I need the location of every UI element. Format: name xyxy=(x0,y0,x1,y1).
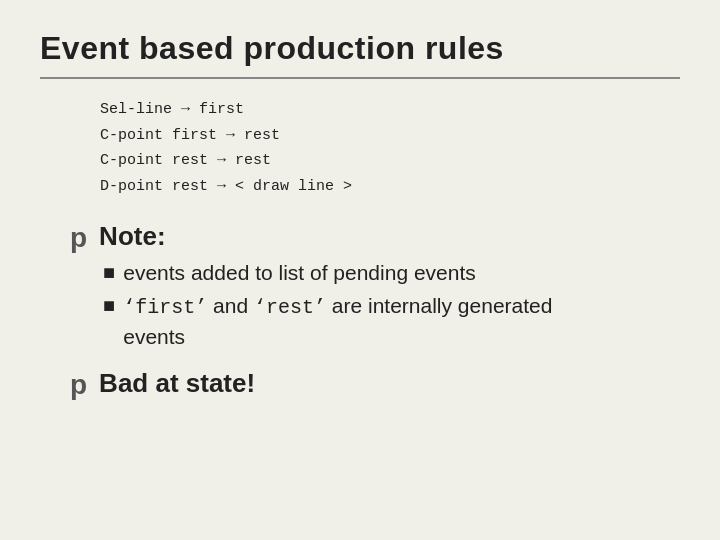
sub-bullet-marker-2: ■ xyxy=(103,291,115,319)
sub-bullet-marker-1: ■ xyxy=(103,258,115,286)
sub-bullet-2: ■ ‘first’ and ‘rest’ are internally gene… xyxy=(103,291,552,351)
rule-line-4: D-point rest → < draw line > xyxy=(100,174,680,200)
code-first: ‘first’ xyxy=(123,296,207,319)
rules-block: Sel-line → first C-point first → rest C-… xyxy=(100,97,680,199)
sub-bullet-1: ■ events added to list of pending events xyxy=(103,258,552,287)
rule-line-3: C-point rest → rest xyxy=(100,148,680,174)
bullet-section: p Note: ■ events added to list of pendin… xyxy=(70,219,680,401)
note-content: Note: ■ events added to list of pending … xyxy=(99,219,552,356)
bullet-marker-1: p xyxy=(70,221,87,255)
note-heading: Note: xyxy=(99,221,165,251)
slide-title: Event based production rules xyxy=(40,30,680,67)
bullet-marker-2: p xyxy=(70,368,87,402)
rule-line-1: Sel-line → first xyxy=(100,97,680,123)
bullet-note: p Note: ■ events added to list of pendin… xyxy=(70,219,680,356)
sub-bullet-text-1: events added to list of pending events xyxy=(123,258,476,287)
rule-line-2: C-point first → rest xyxy=(100,123,680,149)
title-area: Event based production rules xyxy=(40,30,680,79)
bad-content: Bad at state! xyxy=(99,366,255,401)
code-rest: ‘rest’ xyxy=(254,296,326,319)
bad-state-text: Bad at state! xyxy=(99,368,255,398)
sub-bullets: ■ events added to list of pending events… xyxy=(103,258,552,352)
slide: Event based production rules Sel-line → … xyxy=(0,0,720,540)
bullet-bad: p Bad at state! xyxy=(70,366,680,402)
sub-bullet-text-2: ‘first’ and ‘rest’ are internally genera… xyxy=(123,291,552,351)
